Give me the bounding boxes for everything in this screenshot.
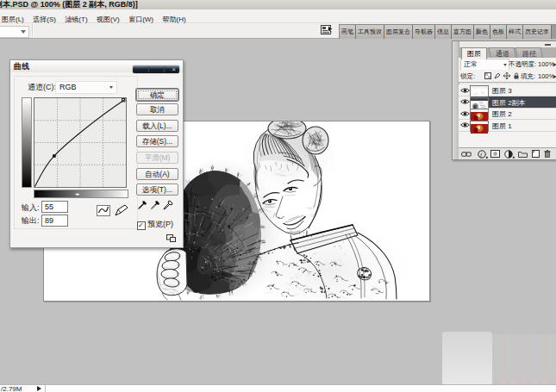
palette-tab-styles[interactable]: 样式 xyxy=(507,25,523,39)
blend-opacity-row: 正常 不透明度: 100% ▸ xyxy=(459,58,556,70)
palette-tab-tool-presets[interactable]: 工具预设 xyxy=(356,25,384,39)
palette-tab-swatches[interactable]: 色板 xyxy=(490,25,507,39)
background-glow-artifact xyxy=(442,332,492,392)
layers-list: 图层 3图层 2副本图层 2图层 1 xyxy=(459,84,556,147)
eye-icon[interactable] xyxy=(460,121,470,128)
layer-name[interactable]: 图层 2副本 xyxy=(492,98,526,108)
palette-tab-navigator[interactable]: 导航器 xyxy=(413,25,435,39)
lock-move-icon[interactable] xyxy=(503,72,510,79)
palette-well: 画笔 工具预设 图层复合 导航器 信息 直方图 颜色 色板 样式 历史记录 xyxy=(339,24,556,39)
output-field[interactable]: 89 xyxy=(41,215,68,227)
window-title: 副本.PSD @ 100% (图层 2 副本, RGB/8)] xyxy=(0,0,138,9)
layer-mask-icon[interactable] xyxy=(490,150,500,158)
layer-visibility-cell[interactable] xyxy=(459,84,471,96)
new-layer-icon[interactable] xyxy=(532,150,540,158)
gray-eyedropper-icon[interactable] xyxy=(150,200,160,210)
new-group-icon[interactable] xyxy=(518,151,528,158)
curve-point[interactable] xyxy=(53,154,56,158)
fill-label: 填充: xyxy=(521,72,535,81)
status-menu-arrow-icon[interactable] xyxy=(37,386,41,391)
channel-label: 通道(C): xyxy=(28,82,56,93)
layers-bottom-toolbar: f xyxy=(459,147,556,159)
ok-button[interactable]: 确定 xyxy=(136,89,178,101)
palette-tab-histogram[interactable]: 直方图 xyxy=(452,25,474,39)
options-separator xyxy=(32,24,34,36)
layer-thumbnail[interactable] xyxy=(470,121,489,132)
chevron-down-icon xyxy=(109,86,113,89)
curves-vertical-gradient xyxy=(22,97,32,188)
blend-mode-value: 正常 xyxy=(464,60,478,68)
palette-tab-history[interactable]: 历史记录 xyxy=(523,25,552,39)
curves-dialog: 曲线 × 通道(C): RGB ◂▸ 输入: 55 输出: 89 xyxy=(9,59,184,248)
auto-button[interactable]: 自动(A) xyxy=(136,168,178,180)
layer-visibility-cell[interactable] xyxy=(459,108,471,119)
lock-fill-row: 锁定: 填充: 100% ▸ xyxy=(459,70,556,83)
load-button[interactable]: 载入(L)... xyxy=(136,120,178,132)
document-size: /2.79M xyxy=(1,385,22,392)
app-title-bar: 副本.PSD @ 100% (图层 2 副本, RGB/8)] xyxy=(0,0,556,9)
chevron-down-icon xyxy=(21,30,26,34)
lock-transparency-icon[interactable] xyxy=(484,72,491,79)
options-button[interactable]: 选项(T)... xyxy=(136,184,178,196)
palette-tab-layer-comps[interactable]: 图层复合 xyxy=(384,25,413,39)
preview-checkbox[interactable]: ✓预览(P) xyxy=(137,219,173,230)
chevron-down-icon xyxy=(503,64,507,66)
gradient-flip-arrows[interactable]: ◂▸ xyxy=(75,191,80,196)
blend-mode-dropdown[interactable]: 正常 xyxy=(460,59,509,71)
black-eyedropper-icon[interactable] xyxy=(137,200,147,210)
dialog-window-buttons[interactable]: × xyxy=(133,65,179,73)
layers-panel-tabs: 图层 通道 路径 xyxy=(459,47,556,58)
layer-visibility-cell[interactable] xyxy=(459,96,471,108)
layer-name[interactable]: 图层 1 xyxy=(492,121,512,131)
cancel-button[interactable]: 取消 xyxy=(136,103,178,115)
checkbox-check-icon[interactable]: ✓ xyxy=(137,221,146,230)
layer-row-图层 1[interactable]: 图层 1 xyxy=(459,120,556,132)
adjustment-layer-icon[interactable] xyxy=(504,150,515,159)
curves-dialog-titlebar[interactable]: 曲线 × xyxy=(10,60,183,72)
layer-row-图层 2[interactable]: 图层 2 xyxy=(459,108,556,120)
layer-name[interactable]: 图层 3 xyxy=(492,86,512,96)
close-icon[interactable]: × xyxy=(172,65,176,73)
menu-bar: 图层(L) 选择(S) 滤镜(T) 视图(V) 窗口(W) 帮助(H) xyxy=(0,9,556,23)
pencil-tool[interactable] xyxy=(116,205,128,215)
titlebar-button-separator xyxy=(148,66,149,72)
tool-preset-dropdown[interactable] xyxy=(0,26,29,38)
channel-dropdown[interactable]: RGB xyxy=(55,81,117,94)
smooth-button: 平滑(M) xyxy=(136,152,178,164)
layer-thumbnail[interactable] xyxy=(470,97,489,109)
palette-tab-info[interactable]: 信息 xyxy=(435,25,452,39)
input-label: 输入: xyxy=(22,202,40,214)
eye-icon[interactable] xyxy=(460,110,470,117)
white-eyedropper-icon[interactable] xyxy=(163,200,173,210)
layer-row-图层 3[interactable]: 图层 3 xyxy=(459,84,556,96)
layer-thumbnail[interactable] xyxy=(470,109,489,120)
input-field[interactable]: 55 xyxy=(41,201,68,213)
tab-layers[interactable]: 图层 xyxy=(461,47,487,59)
layer-row-图层 2副本[interactable]: 图层 2副本 xyxy=(459,96,556,109)
fill-value[interactable]: 100% xyxy=(538,72,554,80)
delete-layer-icon[interactable] xyxy=(544,150,551,158)
save-button[interactable]: 存储(S)... xyxy=(136,135,178,147)
grid-size-toggle-icon[interactable] xyxy=(166,234,176,242)
layer-name[interactable]: 图层 2 xyxy=(492,109,512,119)
opacity-value[interactable]: 100% xyxy=(538,60,554,68)
curves-grid[interactable] xyxy=(34,97,127,188)
curves-horizontal-gradient[interactable]: ◂▸ xyxy=(34,190,128,198)
palette-tab-color[interactable]: 颜色 xyxy=(474,25,490,39)
titlebar-button-separator xyxy=(164,66,165,72)
lock-all-icon[interactable] xyxy=(513,72,520,79)
layers-panel: 图层 通道 路径 正常 不透明度: 100% ▸ 锁定: 填充: 100% ▸ … xyxy=(452,40,556,160)
curve-tools xyxy=(97,203,129,217)
palette-tab-brushes[interactable]: 画笔 xyxy=(340,25,356,39)
file-browser-icon[interactable] xyxy=(321,24,334,35)
layer-style-icon[interactable]: f xyxy=(478,150,488,159)
panel-collapse-icon[interactable] xyxy=(545,44,551,46)
layer-visibility-cell[interactable] xyxy=(459,120,471,131)
layer-thumbnail[interactable] xyxy=(470,85,489,96)
lock-paint-icon[interactable] xyxy=(494,72,501,79)
eye-icon[interactable] xyxy=(460,87,470,94)
curves-dialog-title: 曲线 xyxy=(14,61,29,72)
eye-icon[interactable] xyxy=(460,98,470,105)
opacity-label: 不透明度: xyxy=(509,60,536,69)
link-layers-icon[interactable] xyxy=(461,152,472,157)
